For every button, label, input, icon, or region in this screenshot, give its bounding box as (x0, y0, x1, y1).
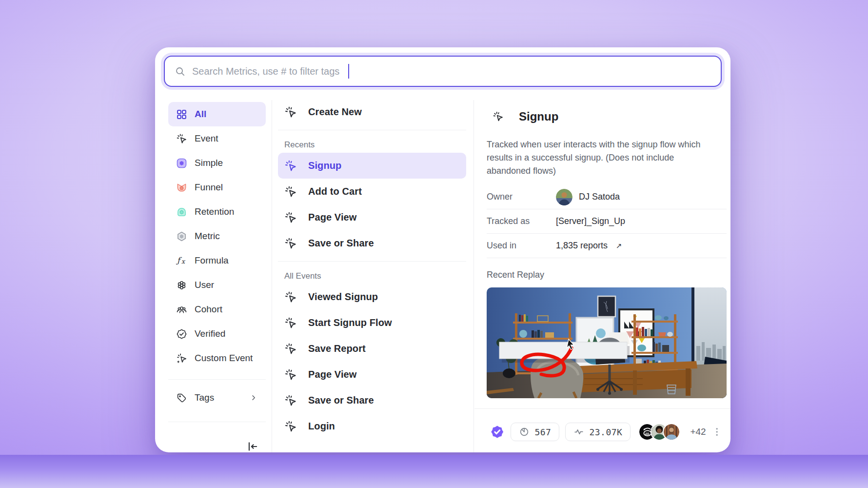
list-item-save-or-share[interactable]: Save or Share (278, 230, 466, 256)
event-cursor-icon (493, 110, 504, 123)
more-options-icon[interactable] (712, 427, 722, 437)
search-input[interactable]: Search Metrics, use # to filter tags (164, 56, 722, 87)
events-count-pill[interactable]: 23.07K (565, 423, 631, 441)
formula-icon (176, 255, 187, 266)
list-item-signup[interactable]: Signup (278, 153, 466, 179)
section-label-recents: Recents (278, 135, 466, 153)
detail-footer: 567 23.07K (490, 422, 722, 442)
search-placeholder: Search Metrics, use # to filter tags (192, 66, 339, 77)
event-cursor-icon (284, 237, 297, 250)
grid-icon (176, 109, 187, 120)
metrics-search-modal: Search Metrics, use # to filter tags All… (155, 47, 730, 452)
user-avatar-stack[interactable] (638, 423, 680, 441)
sidebar-divider (168, 379, 266, 380)
list-item-login[interactable]: Login (278, 413, 466, 439)
metric-icon (176, 231, 187, 242)
event-cursor-icon (284, 394, 297, 407)
sidebar-item-all[interactable]: All (168, 102, 266, 126)
sidebar-item-funnel[interactable]: Funnel (168, 175, 266, 200)
event-cursor-icon (284, 106, 297, 119)
list-item-save-or-share-2[interactable]: Save or Share (278, 387, 466, 413)
owner-avatar (556, 189, 572, 205)
user-icon (176, 280, 187, 291)
sidebar-item-retention[interactable]: Retention (168, 200, 266, 224)
text-caret (348, 64, 349, 79)
filter-sidebar: All Event Simple Funnel Retention Metric (168, 102, 266, 459)
list-item-viewed-signup[interactable]: Viewed Signup (278, 284, 466, 310)
event-cursor-icon (284, 291, 297, 304)
custom-event-icon (176, 353, 187, 364)
event-cursor-icon (284, 317, 297, 329)
tag-icon (176, 392, 187, 404)
event-cursor-icon (284, 185, 297, 198)
create-new-button[interactable]: Create New (278, 99, 466, 125)
list-item-page-view-2[interactable]: Page View (278, 362, 466, 387)
sidebar-divider (168, 422, 266, 422)
event-cursor-icon (284, 160, 297, 172)
clock-pie-icon (519, 427, 530, 437)
queries-count-pill[interactable]: 567 (511, 423, 559, 441)
sidebar-item-formula[interactable]: Formula (168, 248, 266, 273)
sidebar-item-simple[interactable]: Simple (168, 151, 266, 175)
list-divider (278, 261, 466, 262)
footer-divider (474, 408, 730, 409)
retention-icon (176, 206, 187, 218)
list-item-save-report[interactable]: Save Report (278, 336, 466, 362)
simple-icon (176, 158, 187, 169)
event-detail-panel: Signup Tracked when user interacts with … (487, 100, 727, 398)
divider-list-detail (473, 100, 474, 452)
event-cursor-icon (284, 211, 297, 224)
sidebar-item-event[interactable]: Event (168, 126, 266, 151)
tracked-as-row: Tracked as [Server]_Sign_Up (487, 209, 727, 234)
event-cursor-icon (284, 343, 297, 355)
owner-row: Owner DJ Satoda (487, 185, 727, 209)
verified-badge-icon (176, 328, 187, 340)
list-divider (278, 130, 466, 130)
sidebar-item-verified[interactable]: Verified (168, 322, 266, 346)
avatar (663, 423, 680, 441)
funnel-icon (176, 182, 187, 193)
desktop-background: Search Metrics, use # to filter tags All… (0, 0, 868, 488)
event-description: Tracked when user interacts with the sig… (487, 138, 707, 178)
cohort-icon (176, 304, 187, 315)
detail-title-row: Signup (493, 107, 727, 126)
search-icon (175, 66, 186, 77)
chevron-right-icon (249, 393, 258, 402)
section-label-all-events: All Events (278, 266, 466, 284)
replay-thumbnail[interactable] (487, 287, 727, 398)
list-item-add-to-cart[interactable]: Add to Cart (278, 179, 466, 204)
sidebar-item-metric[interactable]: Metric (168, 224, 266, 248)
reports-link[interactable]: 1,835 reports ↗ (556, 241, 622, 251)
list-item-start-signup-flow[interactable]: Start Signup Flow (278, 310, 466, 336)
verified-badge (490, 424, 505, 440)
recent-replay-label: Recent Replay (487, 265, 727, 285)
sidebar-item-tags[interactable]: Tags (168, 386, 266, 410)
used-in-row: Used in 1,835 reports ↗ (487, 234, 727, 258)
divider-sidebar-list (272, 100, 272, 452)
sidebar-item-user[interactable]: User (168, 273, 266, 297)
event-cursor-icon (284, 420, 297, 433)
sidebar-item-custom-event[interactable]: Custom Event (168, 346, 266, 370)
sidebar-item-cohort[interactable]: Cohort (168, 297, 266, 322)
external-link-arrow-icon: ↗ (616, 242, 622, 250)
event-cursor-icon (284, 368, 297, 381)
page-title: Signup (519, 110, 558, 123)
list-item-page-view[interactable]: Page View (278, 204, 466, 230)
more-users-count: +42 (690, 427, 706, 437)
event-cursor-icon (176, 133, 187, 144)
activity-icon (573, 427, 584, 437)
collapse-sidebar-icon[interactable] (246, 440, 259, 453)
metrics-list: Create New Recents Signup Add to Cart Pa… (278, 99, 466, 439)
